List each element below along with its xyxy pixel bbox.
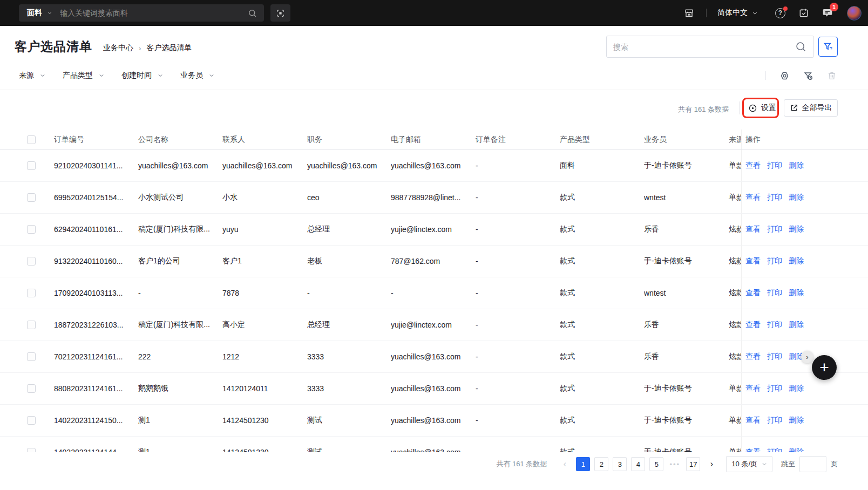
view-link[interactable]: 查看 xyxy=(745,224,761,234)
delete-link[interactable]: 删除 xyxy=(789,161,804,171)
page-button-4[interactable]: 4 xyxy=(631,457,645,471)
trash-icon[interactable] xyxy=(827,71,837,80)
row-checkbox[interactable] xyxy=(27,352,36,361)
filter-product-type[interactable]: 产品类型 xyxy=(63,71,104,80)
view-link[interactable]: 查看 xyxy=(745,193,761,202)
chevron-down-icon xyxy=(762,461,767,467)
table-row: 140220231124150... 测1 14124501230 测试 yua… xyxy=(0,405,868,437)
cell-email: - xyxy=(391,289,476,297)
view-link[interactable]: 查看 xyxy=(745,161,761,171)
row-checkbox[interactable] xyxy=(27,289,36,297)
row-actions: 查看 打印 删除 xyxy=(741,437,868,452)
page-size-select[interactable]: 10 条/页 xyxy=(726,456,772,472)
scan-button[interactable] xyxy=(270,4,290,22)
cell-note: - xyxy=(476,416,560,425)
search-icon[interactable] xyxy=(241,9,264,18)
cell-sales: 于-迪卡侬账号 xyxy=(644,416,729,425)
messages-icon[interactable]: 1 xyxy=(822,8,833,18)
filter-salesperson[interactable]: 业务员 xyxy=(180,71,214,80)
view-link[interactable]: 查看 xyxy=(745,384,761,393)
page-button-2[interactable]: 2 xyxy=(594,457,608,471)
cell-contact: 14120124011 xyxy=(222,384,307,393)
print-link[interactable]: 打印 xyxy=(767,352,782,362)
filter-source[interactable]: 来源 xyxy=(19,71,45,80)
filter-history-icon[interactable] xyxy=(803,71,813,81)
scroll-right-button[interactable]: › xyxy=(801,351,813,363)
jump-to-input[interactable] xyxy=(799,456,826,472)
page-button-3[interactable]: 3 xyxy=(613,457,627,471)
print-link[interactable]: 打印 xyxy=(767,161,782,171)
row-actions: 查看 打印 删除 xyxy=(741,373,868,404)
filter-salesperson-label: 业务员 xyxy=(180,71,203,80)
print-link[interactable]: 打印 xyxy=(767,447,782,452)
view-link[interactable]: 查看 xyxy=(745,256,761,266)
add-fab-button[interactable]: + xyxy=(812,355,837,380)
user-avatar[interactable] xyxy=(847,6,862,21)
next-page-button[interactable]: › xyxy=(704,457,718,471)
language-selector[interactable]: 简体中文 xyxy=(717,8,758,18)
delete-link[interactable]: 删除 xyxy=(789,384,804,393)
row-checkbox[interactable] xyxy=(27,384,36,393)
view-link[interactable]: 查看 xyxy=(745,320,761,330)
store-icon[interactable] xyxy=(684,8,694,18)
view-link[interactable]: 查看 xyxy=(745,416,761,425)
cell-order-no: 880820231124161... xyxy=(54,384,138,393)
prev-page-button[interactable]: ‹ xyxy=(558,457,572,471)
delete-link[interactable]: 删除 xyxy=(789,193,804,202)
view-link[interactable]: 查看 xyxy=(745,447,761,452)
page-button-last[interactable]: 17 xyxy=(686,457,700,471)
chevron-down-icon xyxy=(99,73,104,78)
help-icon[interactable]: ? xyxy=(775,8,785,18)
delete-link[interactable]: 删除 xyxy=(789,224,804,234)
settings-button[interactable]: 设置 xyxy=(748,101,776,115)
search-icon[interactable] xyxy=(788,41,813,52)
search-category-dropdown[interactable]: 面料 xyxy=(19,4,60,22)
delete-link[interactable]: 删除 xyxy=(789,256,804,266)
cell-note: - xyxy=(476,289,560,297)
top-navbar: 面料 简体中文 xyxy=(0,0,868,26)
row-checkbox[interactable] xyxy=(27,193,36,202)
print-link[interactable]: 打印 xyxy=(767,320,782,330)
column-settings-icon[interactable] xyxy=(779,71,790,81)
view-link[interactable]: 查看 xyxy=(745,288,761,298)
row-actions: 查看 打印 删除 xyxy=(741,277,868,309)
table-row: 188720231226103... 稿定(厦门)科技有限... 高小定 总经理… xyxy=(0,309,868,341)
row-checkbox[interactable] xyxy=(27,416,36,425)
print-link[interactable]: 打印 xyxy=(767,416,782,425)
print-link[interactable]: 打印 xyxy=(767,288,782,298)
cell-type: 款式 xyxy=(560,416,644,425)
export-all-button[interactable]: 全部导出 xyxy=(784,99,838,117)
delete-link[interactable]: 删除 xyxy=(789,288,804,298)
filter-source-label: 来源 xyxy=(19,71,34,80)
advanced-filter-button[interactable] xyxy=(818,37,838,57)
delete-link[interactable]: 删除 xyxy=(789,320,804,330)
print-link[interactable]: 打印 xyxy=(767,256,782,266)
cell-contact: 客户1 xyxy=(222,256,307,266)
delete-link[interactable]: 删除 xyxy=(789,447,804,452)
page-button-1[interactable]: 1 xyxy=(576,457,590,471)
cell-email: 9887788928@linet... xyxy=(391,193,476,202)
row-checkbox[interactable] xyxy=(27,448,36,452)
more-pages-icon[interactable]: ••• xyxy=(668,460,682,468)
page-search-input[interactable] xyxy=(607,43,788,51)
row-checkbox[interactable] xyxy=(27,225,36,234)
print-link[interactable]: 打印 xyxy=(767,224,782,234)
cell-company: 客户1的公司 xyxy=(138,256,222,266)
delete-link[interactable]: 删除 xyxy=(789,416,804,425)
row-checkbox[interactable] xyxy=(27,161,36,170)
breadcrumb-separator-icon: › xyxy=(139,44,141,52)
filter-create-time[interactable]: 创建时间 xyxy=(121,71,163,80)
row-checkbox[interactable] xyxy=(27,321,36,329)
calendar-check-icon[interactable] xyxy=(798,8,809,18)
view-link[interactable]: 查看 xyxy=(745,352,761,362)
print-link[interactable]: 打印 xyxy=(767,384,782,393)
breadcrumb-parent[interactable]: 业务中心 xyxy=(103,43,133,53)
pagination-total-text: 共有 161 条数据 xyxy=(496,459,547,469)
cell-note: - xyxy=(476,352,560,361)
cell-sales: 乐香 xyxy=(644,320,729,330)
global-search-input[interactable] xyxy=(60,9,241,17)
page-button-5[interactable]: 5 xyxy=(649,457,663,471)
print-link[interactable]: 打印 xyxy=(767,193,782,202)
select-all-checkbox[interactable] xyxy=(27,135,36,144)
row-checkbox[interactable] xyxy=(27,257,36,266)
